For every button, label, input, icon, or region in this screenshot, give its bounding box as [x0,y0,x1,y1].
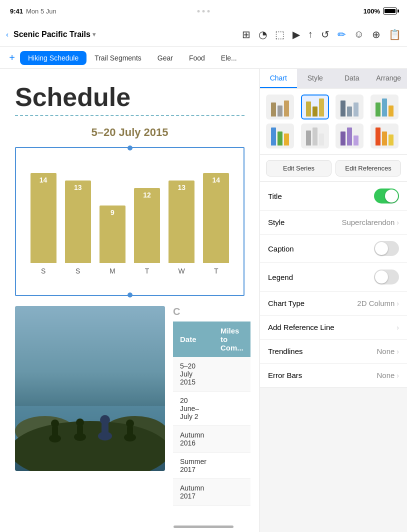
trendlines-value-text: None [376,347,394,356]
setting-value-chart-type: 2D Column › [357,299,399,308]
chart-thumb-1[interactable] [266,94,294,120]
chart-thumb-6[interactable] [301,124,329,148]
svg-rect-11 [102,423,108,438]
table-row: Autumn 2016 [173,426,250,452]
page-title: Schedule [15,84,244,110]
table-row: Summer 2017 [173,452,250,479]
emoji-icon[interactable]: ☺ [354,28,364,40]
svg-rect-14 [127,426,133,440]
main-area: Schedule 5–20 July 2015 14 [0,69,407,532]
legend-toggle[interactable] [374,270,399,284]
tab-ele[interactable]: Ele... [213,51,245,65]
axis-t2: T [203,267,229,275]
pencil-icon[interactable]: ✏ [338,28,346,40]
edit-references-button[interactable]: Edit References [336,160,401,176]
chevron-icon-chart-type: › [396,300,399,308]
tab-trail-segments[interactable]: Trail Segments [86,51,150,65]
bubble-icon[interactable]: ⊕ [372,28,380,40]
svg-point-12 [100,415,110,425]
battery-label: 100% [364,8,380,15]
row-date-3: Autumn 2016 [173,426,214,452]
tab-gear[interactable]: Gear [150,51,181,65]
back-button[interactable]: ‹ [6,30,8,38]
settings-row-style[interactable]: Style Superclarendon › [260,210,407,234]
chart-thumb-8[interactable] [370,124,398,148]
setting-value-ref-line: › [396,324,399,332]
row-miles-1 [214,357,250,392]
undo-icon[interactable]: ↺ [321,28,330,40]
toggle-knob-caption [375,242,388,255]
setting-label-legend: Legend [268,273,374,282]
svg-point-3 [15,421,165,471]
share-icon[interactable]: ↑ [308,28,313,40]
bar-t: 12 [134,188,160,263]
style-value-text: Superclarendon [342,218,394,226]
bar-value-s2: 13 [74,184,82,192]
panel-tab-data[interactable]: Data [334,69,370,88]
divider-line [15,115,244,116]
chart-title: 5–20 July 2015 [15,126,244,139]
table-icon[interactable]: ⊞ [242,28,250,40]
error-bars-value-text: None [376,371,394,380]
chart-thumb-7[interactable] [336,124,364,148]
table-row: 5–20 July 2015 [173,357,250,392]
status-bar: 9:41 Mon 5 Jun 100% [0,0,407,22]
resize-handle-bottom[interactable] [128,292,132,298]
panel-tabs: Chart Style Data Arrange [260,69,407,88]
tab-hiking-schedule[interactable]: Hiking Schedule [20,51,86,65]
svg-rect-5 [52,426,58,440]
doc-content: Schedule 5–20 July 2015 14 [0,69,260,532]
toolbar-icons: ⊞ ◔ ⬚ ▶ ↑ ↺ ✏ ☺ ⊕ 📋 [242,28,401,40]
bar-group-t2: 14 [203,173,229,263]
table-area: C Date Miles to Com... 5–20 July 2015 [173,306,250,506]
chart-thumb-4[interactable] [370,94,398,120]
image-insert-icon[interactable]: ⬚ [275,28,284,40]
col-miles-header: Miles to Com... [214,322,250,357]
bar-value-m: 9 [110,208,114,216]
tab-bar: + Hiking Schedule Trail Segments Gear Fo… [0,47,407,69]
photo-card [15,306,165,471]
title-toggle[interactable] [374,188,399,204]
chart-thumb-2[interactable] [301,94,329,120]
panel-tab-arrange[interactable]: Arrange [370,69,408,88]
setting-value-style: Superclarendon › [342,218,399,226]
settings-row-legend: Legend [260,263,407,292]
settings-row-error-bars[interactable]: Error Bars None › [260,364,407,388]
settings-row-chart-type[interactable]: Chart Type 2D Column › [260,292,407,316]
chart-thumb-3[interactable] [336,94,364,120]
row-miles-4 [214,452,250,479]
doc-title-chevron-icon: ▾ [92,31,96,38]
tab-food[interactable]: Food [181,51,213,65]
video-icon[interactable]: ▶ [292,28,300,40]
settings-row-ref-line[interactable]: Add Reference Line › [260,316,407,340]
bar-m: 9 [100,206,126,263]
table-section-title: C [173,306,250,318]
pie-chart-icon[interactable]: ◔ [258,28,267,40]
caption-toggle[interactable] [374,241,399,256]
setting-label-style: Style [268,218,342,226]
panel-tab-style[interactable]: Style [297,69,334,88]
setting-label-title: Title [268,192,374,200]
book-icon[interactable]: 📋 [388,28,401,40]
row-date-2: 20 June–July 2 [173,392,214,426]
resize-handle-top[interactable] [128,146,132,150]
bar-chart[interactable]: 14 13 9 [15,147,244,296]
settings-row-trendlines[interactable]: Trendlines None › [260,340,407,364]
panel-tab-chart[interactable]: Chart [260,69,297,88]
chevron-icon-ref-line: › [396,324,399,332]
chevron-icon-error-bars: › [396,372,399,380]
toggle-knob-legend [375,270,388,284]
setting-label-chart-type: Chart Type [268,299,357,308]
edit-series-button[interactable]: Edit Series [266,160,332,176]
setting-label-ref-line: Add Reference Line [268,323,396,332]
tab-add-button[interactable]: + [4,50,20,66]
axis-m: M [100,267,126,275]
settings-section: Title Style Superclarendon › Caption [260,182,407,388]
row-date-4: Summer 2017 [173,452,214,479]
bar-group-s2: 13 [65,180,91,263]
chart-thumb-5[interactable] [266,124,294,148]
chevron-icon-trendlines: › [396,348,399,356]
photo-placeholder [15,306,165,471]
right-panel: Chart Style Data Arrange [260,69,407,532]
row-miles-5 [214,479,250,506]
